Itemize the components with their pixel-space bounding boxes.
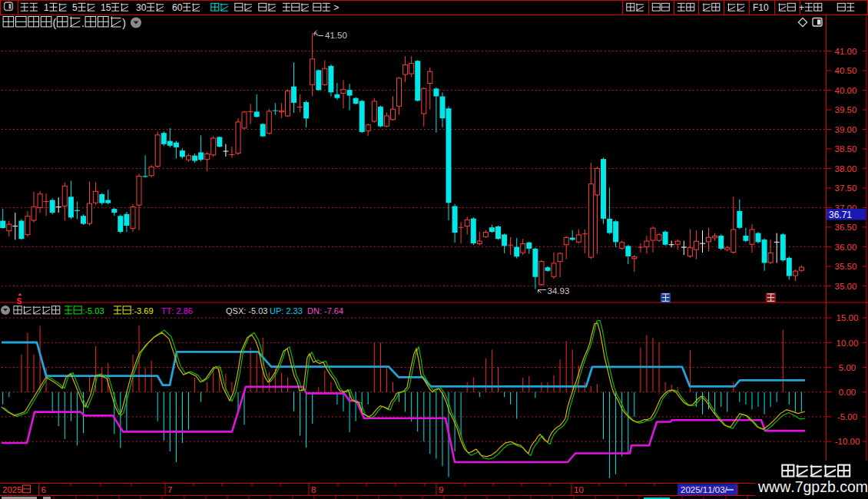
svg-text:6: 6 <box>188 306 193 316</box>
svg-text:0: 0 <box>177 2 183 13</box>
svg-text:P: P <box>276 306 281 316</box>
svg-text:F: F <box>753 2 758 13</box>
svg-text:4: 4 <box>339 306 343 316</box>
svg-text:z: z <box>820 478 827 495</box>
svg-text:>: > <box>333 2 339 13</box>
svg-text:+: + <box>799 2 804 13</box>
svg-text:N: N <box>313 306 320 316</box>
svg-text:6: 6 <box>41 485 46 494</box>
svg-text:0: 0 <box>764 2 769 13</box>
svg-text:37.50: 37.50 <box>835 183 857 193</box>
svg-text:w: w <box>757 478 770 495</box>
svg-text:5.00: 5.00 <box>839 363 856 372</box>
svg-text:p: p <box>811 478 820 495</box>
svg-text::: : <box>281 306 283 316</box>
svg-text:-10.00: -10.00 <box>835 437 860 446</box>
svg-text:10: 10 <box>574 485 584 494</box>
svg-text:5: 5 <box>72 2 78 13</box>
svg-text:3: 3 <box>99 306 104 316</box>
svg-text:41.50: 41.50 <box>325 31 347 40</box>
svg-text:w: w <box>768 478 780 495</box>
svg-text:36.50: 36.50 <box>835 223 857 232</box>
svg-text:34.93: 34.93 <box>548 286 570 296</box>
svg-text:1: 1 <box>44 2 49 13</box>
svg-text:D: D <box>307 306 313 316</box>
svg-text:15.00: 15.00 <box>837 313 859 322</box>
svg-text:8: 8 <box>311 485 316 494</box>
svg-text:36.71: 36.71 <box>829 210 852 220</box>
svg-text:): ) <box>122 17 126 29</box>
svg-text:39.00: 39.00 <box>835 125 857 134</box>
svg-text:35.00: 35.00 <box>835 282 857 291</box>
svg-text:g: g <box>803 478 812 495</box>
svg-text:5: 5 <box>106 2 111 13</box>
svg-text:36.00: 36.00 <box>835 243 857 252</box>
svg-text:5: 5 <box>17 485 22 494</box>
svg-text::: : <box>244 306 246 316</box>
svg-text:40.00: 40.00 <box>835 86 857 95</box>
svg-text:6: 6 <box>334 306 339 316</box>
svg-text:w: w <box>779 478 791 495</box>
svg-text:40.50: 40.50 <box>835 66 857 75</box>
svg-text:35.50: 35.50 <box>835 262 857 271</box>
svg-text::: : <box>320 306 322 316</box>
svg-text:U: U <box>270 306 276 316</box>
svg-text::: : <box>171 306 174 316</box>
svg-text:38.00: 38.00 <box>835 164 857 173</box>
svg-text:10.00: 10.00 <box>837 339 859 348</box>
svg-text:(: ( <box>53 17 57 29</box>
svg-text:c: c <box>840 478 847 495</box>
svg-text:b: b <box>827 478 836 495</box>
svg-text:.: . <box>81 17 84 29</box>
svg-text:41.00: 41.00 <box>835 47 857 56</box>
svg-text:38.50: 38.50 <box>835 144 857 154</box>
svg-text:0.00: 0.00 <box>839 388 856 397</box>
svg-text:9: 9 <box>439 485 443 494</box>
svg-text:7: 7 <box>167 485 172 494</box>
svg-text:9: 9 <box>148 306 153 316</box>
svg-text:-5.00: -5.00 <box>837 412 857 421</box>
svg-text:3: 3 <box>263 306 267 316</box>
svg-text:0: 0 <box>141 2 147 13</box>
svg-text:o: o <box>847 478 856 495</box>
svg-text:S: S <box>17 297 22 306</box>
svg-text:7: 7 <box>795 478 803 495</box>
svg-text:S: S <box>233 306 238 316</box>
svg-text:39.50: 39.50 <box>835 105 857 114</box>
svg-text:3: 3 <box>298 306 303 316</box>
svg-text:m: m <box>856 478 868 495</box>
